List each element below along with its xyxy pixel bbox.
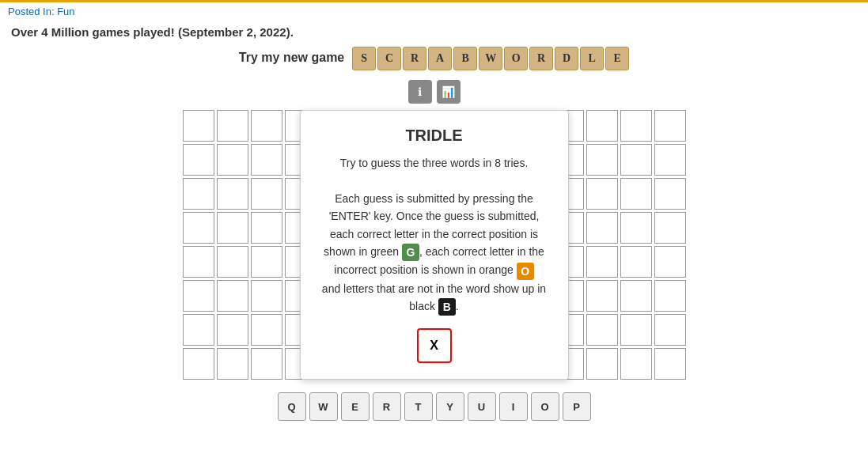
grid-cell xyxy=(183,348,214,380)
scrabwordle-row: Try my new game SCRABWORDLE xyxy=(8,47,860,70)
grid-cell xyxy=(251,314,282,346)
key-Q[interactable]: Q xyxy=(278,392,306,421)
grid-cell xyxy=(183,280,214,312)
scrabble-tile-O: O xyxy=(504,47,528,70)
scrabble-tile-W: W xyxy=(479,47,502,70)
keyboard-area: QWERTYUIOP xyxy=(8,392,860,421)
scrabble-tile-A: A xyxy=(428,47,452,70)
key-E[interactable]: E xyxy=(341,392,370,421)
grid-cell xyxy=(654,212,686,244)
close-button[interactable]: X xyxy=(417,328,452,363)
grid-cell xyxy=(654,178,686,210)
scrabble-tile-R: R xyxy=(529,47,553,70)
grid-cell xyxy=(183,144,214,176)
modal-desc4: and letters that are not in the word sho… xyxy=(322,282,546,312)
grid-cell xyxy=(586,144,618,176)
scrabble-tile-C: C xyxy=(377,47,401,70)
grid-cell xyxy=(620,246,652,278)
key-I[interactable]: I xyxy=(499,392,528,421)
grid-cell xyxy=(620,280,652,312)
posted-in-label: Posted In: Fun xyxy=(8,6,860,17)
modal-desc-end: . xyxy=(456,300,459,312)
scrabble-tile-E: E xyxy=(605,47,629,70)
key-T[interactable]: T xyxy=(404,392,433,421)
key-R[interactable]: R xyxy=(373,392,401,421)
badge-orange: O xyxy=(517,263,534,280)
modal-body: Try to guess the three words in 8 tries.… xyxy=(316,154,552,316)
grid-cell xyxy=(620,212,652,244)
grid-cell xyxy=(654,348,686,380)
scrabble-tile-L: L xyxy=(580,47,604,70)
grid-cell xyxy=(620,110,652,142)
grid-cell xyxy=(251,212,282,244)
grid-cell xyxy=(654,314,686,346)
grid-cell xyxy=(217,110,248,142)
grid-cell xyxy=(620,314,652,346)
grid-cell xyxy=(217,280,248,312)
grid-cell xyxy=(620,144,652,176)
grid-cell xyxy=(251,246,282,278)
grid-cell xyxy=(586,246,618,278)
grid-cell xyxy=(620,178,652,210)
grid-cell xyxy=(217,314,248,346)
modal-desc1: Try to guess the three words in 8 tries. xyxy=(340,157,529,169)
key-O[interactable]: O xyxy=(531,392,559,421)
key-W[interactable]: W xyxy=(309,392,338,421)
grid-cell xyxy=(251,110,282,142)
grid-cell xyxy=(217,144,248,176)
grid-cell xyxy=(217,246,248,278)
million-games-text: Over 4 Million games played! (September … xyxy=(8,25,860,39)
badge-black: B xyxy=(438,298,456,316)
grid-cell xyxy=(251,178,282,210)
top-icons: ℹ 📊 xyxy=(8,80,860,104)
key-Y[interactable]: Y xyxy=(436,392,464,421)
grid-cell xyxy=(586,178,618,210)
grid-cell xyxy=(620,348,652,380)
grid-cell xyxy=(586,110,618,142)
grid-cell xyxy=(654,110,686,142)
grid-cell xyxy=(251,280,282,312)
scrabwordle-tiles[interactable]: SCRABWORDLE xyxy=(352,47,629,70)
keyboard-row-1: QWERTYUIOP xyxy=(278,392,591,421)
grid-cell xyxy=(183,314,214,346)
scrabble-tile-S: S xyxy=(352,47,376,70)
grid-cell xyxy=(217,348,248,380)
chart-icon-btn[interactable]: 📊 xyxy=(437,80,461,104)
grid-cell xyxy=(251,348,282,380)
grid-cell xyxy=(586,348,618,380)
grid-cell xyxy=(183,212,214,244)
posted-in-link[interactable]: Fun xyxy=(57,6,74,17)
scrabble-tile-D: D xyxy=(555,47,578,70)
grid-cell xyxy=(586,314,618,346)
scrabwordle-label: Try my new game xyxy=(239,51,344,64)
grid-cell xyxy=(217,212,248,244)
modal-title: TRIDLE xyxy=(316,127,552,145)
modal-overlay: TRIDLE Try to guess the three words in 8… xyxy=(300,110,569,380)
key-U[interactable]: U xyxy=(468,392,496,421)
grid-cell xyxy=(654,246,686,278)
grid-cell xyxy=(654,280,686,312)
game-area: TRIDLE Try to guess the three words in 8… xyxy=(8,110,860,380)
grid-cell xyxy=(586,280,618,312)
grid-cell xyxy=(654,144,686,176)
key-P[interactable]: P xyxy=(563,392,591,421)
grid-cell xyxy=(183,110,214,142)
scrabble-tile-B: B xyxy=(453,47,477,70)
scrabble-tile-R: R xyxy=(403,47,426,70)
info-icon-btn[interactable]: ℹ xyxy=(408,80,432,104)
grid-cell xyxy=(183,246,214,278)
grid-cell xyxy=(183,178,214,210)
badge-green: G xyxy=(402,244,419,261)
grid-cell xyxy=(217,178,248,210)
grid-cell xyxy=(586,212,618,244)
grid-cell xyxy=(251,144,282,176)
